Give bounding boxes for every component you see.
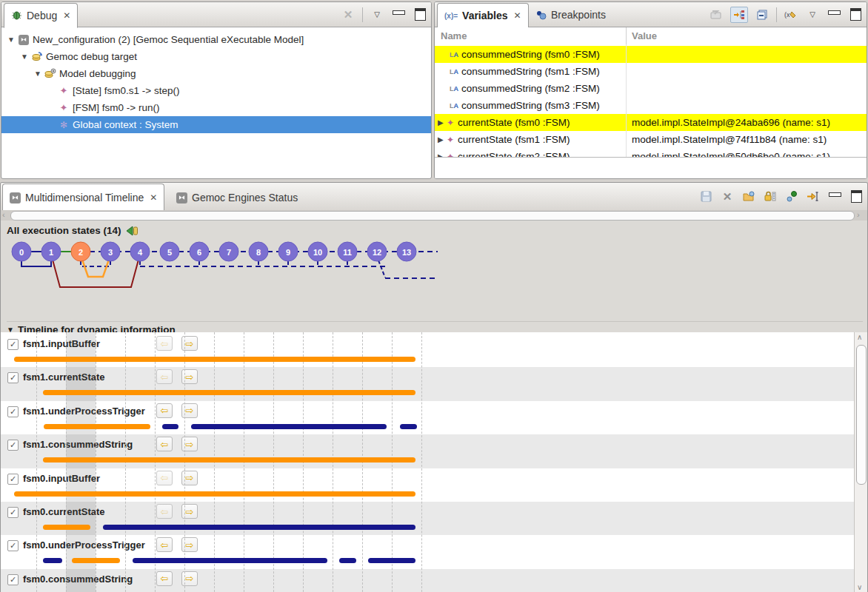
- value-bar-navy[interactable]: [191, 424, 387, 429]
- column-divider[interactable]: [626, 27, 627, 44]
- maximize-icon[interactable]: [848, 8, 863, 21]
- value-bar-orange[interactable]: [44, 424, 150, 429]
- value-bar-navy[interactable]: [43, 558, 62, 563]
- step-right-button[interactable]: ⇨: [181, 537, 198, 552]
- variable-row[interactable]: LAconsummedString (fsm3 :FSM): [435, 97, 867, 114]
- engine-state-icon[interactable]: [784, 190, 799, 204]
- track-checkbox[interactable]: ✓: [7, 339, 19, 350]
- show-type-names-icon[interactable]: [709, 8, 724, 21]
- execution-states-graph[interactable]: 012345678910111213: [1, 237, 445, 299]
- step-left-button[interactable]: ⇦: [156, 571, 173, 586]
- state-node[interactable]: 12: [367, 242, 387, 261]
- state-node[interactable]: 10: [308, 242, 327, 261]
- track-checkbox[interactable]: ✓: [7, 406, 19, 417]
- step-right-button[interactable]: ⇨: [181, 403, 198, 418]
- debug-tree-row[interactable]: ▼Model debugging: [1, 65, 431, 82]
- track-checkbox[interactable]: ✓: [7, 507, 19, 518]
- step-left-button[interactable]: ⇦: [156, 471, 173, 485]
- step-left-button[interactable]: ⇦: [156, 537, 173, 552]
- step-right-button[interactable]: ⇨: [181, 504, 198, 519]
- goto-state-icon[interactable]: [806, 190, 821, 204]
- minimize-icon[interactable]: [827, 190, 842, 204]
- load-trace-icon[interactable]: [741, 190, 756, 204]
- remove-terminated-icon[interactable]: ✕: [341, 8, 355, 21]
- delete-icon[interactable]: ✕: [720, 190, 735, 204]
- state-node[interactable]: 3: [101, 242, 120, 261]
- step-left-button[interactable]: ⇦: [156, 369, 173, 384]
- state-node[interactable]: 7: [219, 242, 238, 261]
- save-icon[interactable]: [698, 190, 713, 204]
- track-checkbox[interactable]: ✓: [7, 440, 19, 451]
- column-name[interactable]: Name: [441, 30, 467, 41]
- variable-row[interactable]: ▶✦currentState (fsm2 :FSM) model.impl.St…: [435, 148, 867, 157]
- tab-close-icon[interactable]: ✕: [514, 10, 521, 21]
- step-right-button[interactable]: ⇨: [181, 369, 198, 384]
- track-checkbox[interactable]: ✓: [7, 540, 19, 551]
- step-left-button[interactable]: ⇦: [156, 403, 173, 418]
- state-node[interactable]: 6: [190, 242, 209, 261]
- value-bar-orange[interactable]: [43, 390, 415, 395]
- track-checkbox[interactable]: ✓: [7, 574, 19, 585]
- scroll-down-icon[interactable]: ∨: [857, 583, 862, 591]
- track-checkbox[interactable]: ✓: [7, 372, 19, 383]
- view-menu-icon[interactable]: ▽: [370, 8, 384, 21]
- value-bar-navy[interactable]: [400, 424, 417, 429]
- debug-tree-row[interactable]: ✦[State] fsm0.s1 -> step(): [1, 82, 431, 99]
- variable-row[interactable]: LAconsummedString (fsm0 :FSM): [435, 46, 867, 63]
- variables-detail-pane[interactable]: [435, 158, 867, 178]
- lock-icon[interactable]: [763, 190, 778, 204]
- tab-gemoc-engines-status[interactable]: Gemoc Engines Status: [170, 184, 304, 211]
- watch-expression-icon[interactable]: (x: [784, 8, 798, 21]
- view-menu-icon[interactable]: ▽: [805, 8, 820, 21]
- value-bar-navy[interactable]: [368, 558, 415, 563]
- tab-debug[interactable]: Debug ✕: [4, 3, 78, 28]
- tab-close-icon[interactable]: ✕: [63, 10, 70, 21]
- value-bar-orange[interactable]: [14, 357, 415, 362]
- collapse-all-icon[interactable]: [755, 8, 769, 21]
- minimize-icon[interactable]: [827, 8, 841, 21]
- state-node[interactable]: 13: [397, 242, 416, 261]
- variable-row[interactable]: ▶✦currentState (fsm0 :FSM) model.impl.St…: [435, 114, 867, 131]
- track-checkbox[interactable]: ✓: [7, 474, 19, 485]
- vertical-scrollbar[interactable]: ∧ ∨: [854, 332, 867, 592]
- state-node[interactable]: 9: [278, 242, 298, 261]
- debug-tree-row[interactable]: ✦[FSM] fsm0 -> run(): [1, 99, 431, 116]
- scroll-right-icon[interactable]: ›: [857, 210, 860, 219]
- horizontal-scrollbar-thumb[interactable]: [10, 211, 855, 221]
- tab-variables[interactable]: (x)= Variables ✕: [437, 3, 529, 28]
- value-bar-orange[interactable]: [14, 491, 415, 497]
- value-bar-navy[interactable]: [103, 525, 415, 530]
- step-right-button[interactable]: ⇨: [181, 571, 198, 586]
- tab-breakpoints[interactable]: Breakpoints: [530, 4, 612, 26]
- expander-icon[interactable]: ▶: [438, 118, 447, 127]
- state-node[interactable]: 8: [249, 242, 268, 261]
- tab-multidimensional-timeline[interactable]: Multidimensional Timeline ✕: [2, 184, 164, 212]
- value-bar-navy[interactable]: [339, 558, 356, 563]
- value-bar-orange[interactable]: [43, 525, 90, 530]
- expander-icon[interactable]: ▼: [7, 36, 15, 44]
- state-node[interactable]: 0: [12, 242, 31, 261]
- step-right-button[interactable]: ⇨: [181, 437, 198, 451]
- step-back-icon[interactable]: [126, 226, 139, 236]
- step-left-button[interactable]: ⇦: [156, 336, 173, 351]
- value-bar-orange[interactable]: [72, 558, 120, 563]
- scroll-left-icon[interactable]: ‹: [2, 210, 5, 219]
- tab-close-icon[interactable]: ✕: [150, 192, 157, 203]
- minimize-icon[interactable]: [391, 8, 406, 21]
- state-node[interactable]: 1: [41, 242, 61, 261]
- column-value[interactable]: Value: [632, 30, 657, 41]
- maximize-icon[interactable]: [849, 190, 864, 204]
- variable-row[interactable]: ▶✦currentState (fsm1 :FSM) model.impl.St…: [435, 131, 867, 148]
- debug-tree-row[interactable]: ▼New_configuration (2) [Gemoc Sequential…: [1, 31, 431, 48]
- maximize-icon[interactable]: [413, 8, 427, 21]
- step-left-button[interactable]: ⇦: [156, 437, 173, 451]
- scroll-up-icon[interactable]: ∧: [857, 333, 862, 341]
- variable-row[interactable]: LAconsummedString (fsm2 :FSM): [435, 80, 867, 97]
- state-node[interactable]: 2: [71, 242, 90, 261]
- state-node[interactable]: 11: [338, 242, 357, 261]
- value-bar-navy[interactable]: [133, 558, 327, 563]
- variable-row[interactable]: LAconsummedString (fsm1 :FSM): [435, 63, 867, 80]
- step-right-button[interactable]: ⇨: [181, 336, 198, 351]
- expander-icon[interactable]: ▼: [21, 53, 28, 61]
- value-bar-orange[interactable]: [43, 457, 415, 462]
